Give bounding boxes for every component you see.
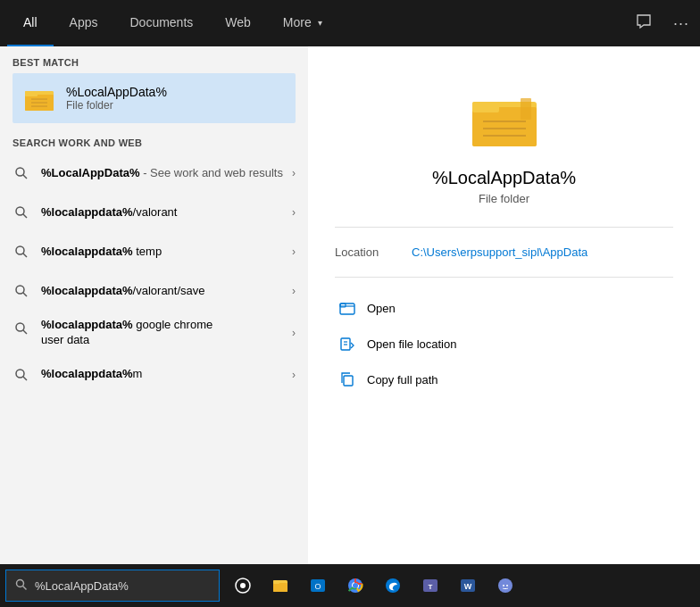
chevron-down-icon: ▾: [318, 18, 322, 28]
tab-all[interactable]: All: [7, 0, 54, 46]
main-area: Best match %Local: [0, 46, 700, 564]
chevron-right-icon: ›: [292, 327, 296, 339]
svg-text:W: W: [464, 582, 472, 591]
list-item[interactable]: %localappdata% google chrome user data ›: [0, 311, 308, 355]
taskbar-search-box[interactable]: %LocalAppData%: [5, 570, 220, 602]
best-match-label: Best match: [12, 57, 296, 68]
top-nav: All Apps Documents Web More ▾ ···: [0, 0, 700, 46]
divider-1: [335, 227, 673, 228]
result-rest: google chrome: [133, 318, 213, 331]
action-open-file-location-label: Open file location: [367, 337, 456, 351]
svg-point-16: [16, 323, 24, 331]
word-btn[interactable]: W: [450, 568, 486, 603]
search-result-text: %localappdata% temp: [41, 245, 292, 260]
list-item[interactable]: %localappdata% temp ›: [0, 232, 308, 271]
action-open-file-location[interactable]: Open file location: [335, 328, 673, 360]
folder-icon: [23, 82, 55, 114]
best-match-item[interactable]: %LocalAppData% File folder: [12, 73, 296, 123]
teams-btn[interactable]: T: [412, 568, 448, 603]
svg-rect-4: [30, 91, 38, 95]
svg-rect-22: [472, 102, 499, 112]
svg-point-50: [498, 578, 512, 593]
result-dim: - See work and web results: [140, 166, 283, 179]
tab-web[interactable]: Web: [209, 0, 267, 46]
result-rest: m: [133, 367, 143, 380]
svg-rect-38: [273, 583, 288, 592]
file-explorer-icon: [271, 577, 289, 595]
svg-point-51: [503, 585, 504, 586]
action-copy-full-path[interactable]: Copy full path: [335, 363, 673, 395]
search-icon: [12, 243, 30, 261]
chat-icon: [636, 13, 652, 29]
svg-point-52: [506, 585, 508, 586]
result-bold: %localappdata%: [41, 205, 133, 219]
svg-text:T: T: [429, 583, 433, 591]
result-bold: %localappdata%: [41, 245, 133, 258]
chevron-right-icon: ›: [292, 245, 296, 258]
edge-btn[interactable]: [375, 568, 411, 603]
svg-rect-32: [344, 376, 353, 386]
tab-documents[interactable]: Documents: [113, 0, 209, 46]
chevron-right-icon: ›: [292, 167, 296, 179]
folder-open-icon: [338, 299, 356, 317]
file-explorer-btn[interactable]: [262, 568, 298, 603]
outlook-icon: O: [309, 577, 327, 595]
chat-icon-btn[interactable]: [632, 10, 655, 37]
discord-btn[interactable]: [488, 568, 523, 603]
task-view-icon: [234, 577, 252, 595]
chevron-right-icon: ›: [292, 369, 296, 381]
tab-apps[interactable]: Apps: [54, 0, 114, 46]
chrome-btn[interactable]: [338, 568, 373, 603]
result-rest: /valorant: [133, 205, 178, 219]
svg-line-34: [23, 586, 27, 589]
outlook-btn[interactable]: O: [300, 568, 336, 603]
svg-line-17: [23, 330, 27, 334]
action-open[interactable]: Open: [335, 292, 673, 324]
location-label: Location: [335, 245, 397, 259]
search-result-text: %LocalAppData% - See work and web result…: [41, 166, 292, 181]
tab-more[interactable]: More ▾: [267, 0, 338, 46]
result-bold: %LocalAppData%: [41, 166, 140, 179]
taskbar: %LocalAppData% O: [0, 564, 700, 607]
search-result-text: %localappdata%/valorant: [41, 205, 292, 220]
word-icon: W: [459, 577, 477, 595]
action-copy-full-path-label: Copy full path: [367, 373, 438, 387]
task-view-btn[interactable]: [225, 568, 261, 603]
svg-line-11: [23, 214, 27, 218]
svg-rect-26: [521, 98, 531, 120]
best-match-section: Best match %Local: [0, 46, 308, 129]
svg-point-36: [240, 583, 246, 588]
best-match-title: %LocalAppData%: [66, 85, 167, 99]
search-result-text: %localappdata%m: [41, 367, 292, 382]
list-item[interactable]: %LocalAppData% - See work and web result…: [0, 154, 308, 193]
detail-title: %LocalAppData%: [432, 168, 576, 188]
list-item[interactable]: %localappdata%m ›: [0, 355, 308, 395]
svg-text:O: O: [314, 582, 321, 591]
search-icon: [12, 320, 30, 337]
svg-line-13: [23, 254, 27, 257]
svg-rect-39: [273, 580, 279, 584]
best-match-text: %LocalAppData% File folder: [66, 85, 167, 112]
file-location-icon: [338, 335, 356, 353]
list-item[interactable]: %localappdata%/valorant ›: [0, 193, 308, 232]
tab-more-label: More: [283, 15, 312, 29]
location-value[interactable]: C:\Users\erpsupport_sipl\AppData: [412, 245, 588, 259]
more-options-btn[interactable]: ···: [670, 11, 693, 37]
folder-preview-icon: [469, 82, 540, 154]
list-item[interactable]: %localappdata%/valorant/save ›: [0, 271, 308, 311]
divider-2: [335, 277, 673, 278]
svg-point-18: [16, 370, 24, 378]
detail-actions: Open Open file location: [335, 292, 673, 395]
result-bold: %localappdata%: [41, 318, 133, 331]
taskbar-search-icon: [15, 578, 28, 594]
copy-icon: [338, 370, 356, 388]
tab-documents-label: Documents: [129, 15, 193, 29]
right-panel: %LocalAppData% File folder Location C:\U…: [308, 46, 700, 564]
svg-rect-27: [340, 304, 354, 314]
search-icon: [12, 204, 30, 221]
result-bold: %localappdata%: [41, 284, 133, 297]
left-panel: Best match %Local: [0, 46, 308, 564]
best-match-subtitle: File folder: [66, 99, 167, 112]
search-result-list: %LocalAppData% - See work and web result…: [0, 154, 308, 564]
taskbar-search-text: %LocalAppData%: [35, 579, 210, 593]
